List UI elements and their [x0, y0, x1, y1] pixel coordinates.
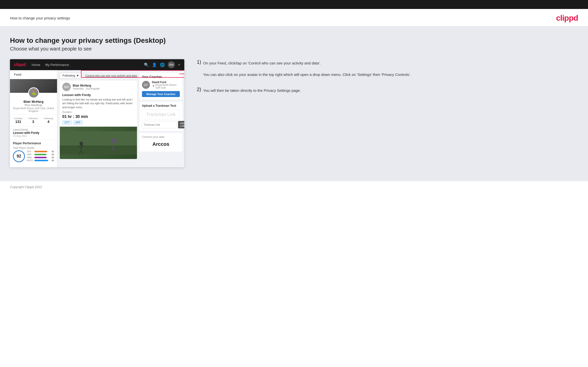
avatar-icon[interactable]: BM [168, 61, 175, 68]
bar-app-label: APP [27, 153, 33, 156]
app-logo-nav: clippd [14, 62, 26, 67]
following-chevron-icon: ▼ [76, 74, 79, 77]
step1-text2: You can also click on your avatar in the… [203, 72, 411, 78]
bar-putt: PUTT 96 [27, 159, 54, 162]
bar-ott-track [34, 151, 49, 152]
app-right-column: Your Coaches DF David Ford 📍 Royal North… [139, 70, 184, 167]
app-feed: Following ▼ Control who can see your act… [57, 70, 139, 167]
coach-club-name: Royal North Devon Golf Club [155, 84, 180, 89]
trackman-placeholder: Trackman Link [142, 109, 180, 119]
quality-bars: OTT 90 APP 85 [27, 150, 54, 162]
stat-following-value: 4 [44, 120, 53, 124]
profile-banner: ⛳ [10, 79, 57, 93]
profile-info: Blair McHarg Plus Handicap Royal North D… [10, 100, 57, 112]
page-subtitle: Choose what you want people to see [10, 46, 578, 52]
control-privacy-link[interactable]: Control who can see your activity and da… [85, 74, 137, 77]
bar-putt-val: 96 [50, 159, 54, 162]
bar-arg-label: ARG [27, 156, 33, 159]
bar-ott: OTT 90 [27, 150, 54, 153]
profile-name: Blair McHarg [12, 100, 55, 104]
quality-score-value: 92 [17, 154, 21, 158]
svg-line-9 [113, 142, 114, 147]
step2-text: You will then be taken directly to the P… [203, 88, 301, 94]
activity-header: BM Blair McHarg Yesterday · Sunningdale [60, 81, 137, 93]
activity-duration-label: Duration [60, 111, 137, 113]
globe-icon[interactable]: 🌐 [160, 62, 165, 67]
perf-row: 92 OTT 90 APP [13, 150, 54, 162]
latest-activity-date: 03 Aug 2022 [13, 135, 54, 137]
app-screenshot: clippd Home My Performance 🔍 👤 🌐 BM ▼ Fe [10, 59, 184, 167]
profile-card: ⛳ Blair McHarg Plus Handicap Royal North… [10, 79, 57, 167]
main-content: How to change your privacy settings (Des… [0, 27, 588, 181]
app-nav-icons: 🔍 👤 🌐 BM ▼ [144, 61, 180, 68]
coach-info: David Ford 📍 Royal North Devon Golf Club [152, 81, 180, 89]
nav-link-performance[interactable]: My Performance [45, 63, 69, 67]
feed-header: Following ▼ Control who can see your act… [60, 73, 137, 79]
feed-tab[interactable]: Feed [10, 70, 57, 79]
svg-point-2 [79, 142, 83, 146]
following-button-label: Following [63, 74, 75, 77]
coaches-widget-title: Your Coaches [142, 75, 180, 79]
page-header-title: How to change your privacy settings [10, 16, 70, 20]
page-footer: Copyright Clippd 2022 [0, 181, 588, 193]
stat-followers-label: Followers [28, 117, 38, 120]
profile-avatar: ⛳ [28, 87, 39, 98]
profile-stats: Activities 131 Followers 3 Following 4 [10, 114, 57, 126]
trackman-input-row: Add Link [142, 121, 180, 128]
clippd-logo: clippd [556, 13, 578, 23]
app-navbar: clippd Home My Performance 🔍 👤 🌐 BM ▼ [10, 59, 184, 70]
stat-followers: Followers 3 [28, 117, 38, 124]
tag-ott: OTT [62, 120, 72, 125]
step1-text: On your Feed, click/tap on 'Control who … [203, 60, 411, 66]
copyright-text: Copyright Clippd 2022 [10, 185, 42, 189]
coach-row: DF David Ford 📍 Royal North Devon Golf C… [142, 81, 180, 89]
player-performance-title: Player Performance [13, 142, 54, 145]
activity-tags: OTT APP [60, 120, 137, 127]
following-button[interactable]: Following ▼ [60, 73, 82, 79]
latest-activity-section: Latest Activity Lesson with Fordy 03 Aug… [10, 126, 57, 139]
stat-following-label: Following [44, 117, 53, 120]
quality-score-circle: 92 [13, 150, 25, 162]
activity-card: BM Blair McHarg Yesterday · Sunningdale … [60, 81, 137, 159]
trackman-placeholder-text: Trackman Link [146, 112, 175, 117]
latest-activity-label: Latest Activity [13, 128, 54, 131]
stat-followers-value: 3 [28, 120, 38, 124]
total-quality-label: Total Player Quality [13, 147, 54, 149]
instructions-panel: 1) On your Feed, click/tap on 'Control w… [194, 59, 578, 103]
manage-coaches-button[interactable]: Manage Your Coaches [142, 91, 180, 97]
bar-putt-track [34, 160, 49, 161]
profile-handicap: Plus Handicap [12, 104, 55, 106]
bar-arg-val: 86 [50, 156, 54, 159]
app-body: Feed ⛳ Blair McHarg Plus Handicap Royal … [10, 70, 184, 167]
location-icon: 📍 [152, 85, 155, 88]
search-icon[interactable]: 🔍 [144, 62, 149, 67]
bar-putt-label: PUTT [27, 159, 33, 162]
instruction-step2: 2) You will then be taken directly to th… [197, 87, 578, 94]
chevron-down-icon[interactable]: ▼ [178, 63, 180, 66]
duration-value: 01 hr : 30 min [62, 114, 88, 119]
tag-app: APP [73, 120, 83, 125]
stat-activities: Activities 131 [14, 117, 23, 124]
trackman-widget: Upload a Trackman Test Trackman Link Add… [139, 102, 182, 131]
activity-user-name: Blair McHarg [73, 84, 100, 87]
activity-duration-value: 01 hr : 30 min [60, 114, 137, 119]
bar-app: APP 85 [27, 153, 54, 156]
add-link-button[interactable]: Add Link [178, 121, 184, 128]
svg-point-8 [112, 138, 115, 142]
arccos-logo: Arccos [142, 139, 180, 149]
trackman-link-input[interactable] [142, 121, 177, 128]
activity-user-info: Blair McHarg Yesterday · Sunningdale [73, 84, 100, 90]
app-nav-links: Home My Performance [32, 63, 144, 67]
activity-image [60, 127, 137, 159]
content-layout: clippd Home My Performance 🔍 👤 🌐 BM ▼ Fe [10, 59, 578, 167]
bar-app-track [34, 154, 49, 155]
svg-rect-1 [60, 146, 137, 155]
top-bar [0, 0, 588, 9]
step2-number: 2) [197, 87, 201, 92]
user-icon[interactable]: 👤 [152, 62, 157, 67]
trackman-widget-title: Upload a Trackman Test [142, 104, 180, 107]
bar-arg: ARG 86 [27, 156, 54, 159]
nav-link-home[interactable]: Home [32, 63, 40, 67]
coach-club: 📍 Royal North Devon Golf Club [152, 84, 180, 89]
bar-ott-label: OTT [27, 150, 33, 153]
